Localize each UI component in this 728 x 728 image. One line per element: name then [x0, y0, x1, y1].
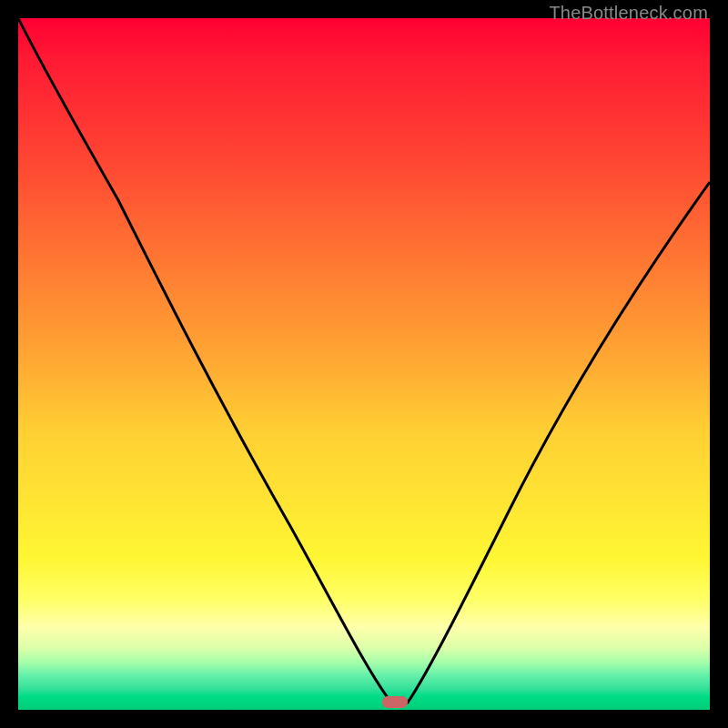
curve-path: [18, 18, 710, 706]
watermark-text: TheBottleneck.com: [549, 3, 708, 24]
bottleneck-curve: [18, 18, 710, 710]
chart-container: TheBottleneck.com: [0, 0, 728, 728]
optimum-marker: [382, 696, 408, 708]
